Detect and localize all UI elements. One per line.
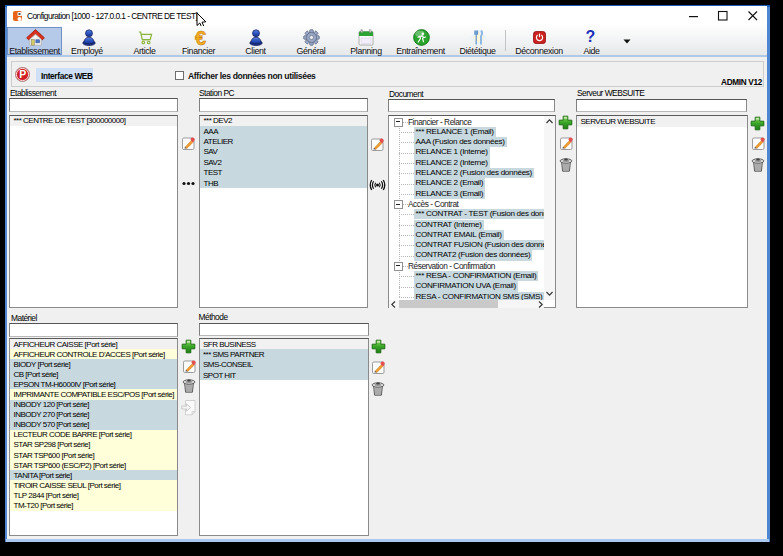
svg-text:€: € [195,27,206,47]
svg-text:P: P [19,68,26,80]
